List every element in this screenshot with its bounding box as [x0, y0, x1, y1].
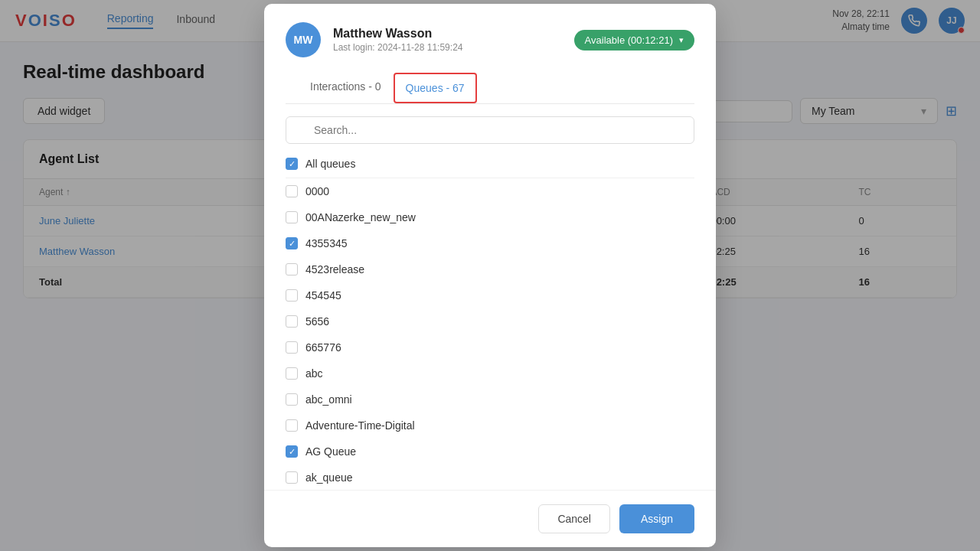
modal-overlay: MW Matthew Wasson Last login: 2024-11-28… — [0, 0, 980, 551]
tab-queues[interactable]: Queues - 67 — [394, 73, 477, 103]
status-badge-text: Available (00:12:21) — [585, 34, 673, 46]
tab-interactions[interactable]: Interactions - 0 — [307, 73, 384, 103]
queue-row[interactable]: 5656 — [286, 308, 694, 334]
queue-checkbox[interactable] — [286, 393, 298, 406]
queue-checkbox[interactable] — [286, 263, 298, 276]
queue-checkbox[interactable] — [286, 419, 298, 432]
queue-label: 4523release — [305, 263, 364, 276]
queue-label: 454545 — [305, 289, 341, 302]
queue-row[interactable]: 454545 — [286, 282, 694, 308]
queue-row[interactable]: 665776 — [286, 334, 694, 360]
modal-search-wrap: 🔍 — [264, 104, 716, 150]
queue-row[interactable]: abc_omni — [286, 386, 694, 412]
queue-row[interactable]: 00ANazerke_new_new — [286, 204, 694, 230]
queue-label: Adventure-Time-Digital — [305, 419, 415, 432]
modal-search-container: 🔍 — [286, 116, 694, 144]
queue-label: 665776 — [305, 341, 341, 354]
queue-checkbox[interactable] — [286, 315, 298, 328]
status-badge[interactable]: Available (00:12:21) ▾ — [574, 30, 694, 51]
modal-avatar: MW — [286, 22, 321, 57]
queue-label: abc — [305, 367, 323, 380]
modal-user-row: MW Matthew Wasson Last login: 2024-11-28… — [286, 22, 694, 57]
queue-row[interactable]: ak_queue — [286, 465, 694, 490]
queue-label: ak_queue — [305, 471, 353, 484]
queue-row[interactable]: abc — [286, 360, 694, 386]
queue-row[interactable]: 4523release — [286, 256, 694, 282]
queue-row[interactable]: Adventure-Time-Digital — [286, 412, 694, 439]
assign-queues-modal: MW Matthew Wasson Last login: 2024-11-28… — [264, 4, 716, 547]
queue-checkbox[interactable] — [286, 367, 298, 380]
all-queues-checkbox[interactable] — [286, 158, 298, 170]
queue-label: 4355345 — [305, 237, 348, 249]
modal-user-info: Matthew Wasson Last login: 2024-11-28 11… — [333, 27, 562, 53]
cancel-button[interactable]: Cancel — [538, 504, 610, 533]
queue-list: 0000 00ANazerke_new_new 4355345 4523rele… — [264, 178, 716, 490]
modal-header: MW Matthew Wasson Last login: 2024-11-28… — [264, 4, 716, 104]
queue-row[interactable]: AG Queue — [286, 439, 694, 465]
queue-row[interactable]: 4355345 — [286, 230, 694, 256]
queue-checkbox[interactable] — [286, 471, 298, 484]
queue-label: abc_omni — [305, 393, 352, 406]
queue-checkbox[interactable] — [286, 289, 298, 302]
queue-search-input[interactable] — [286, 116, 694, 144]
queue-label: AG Queue — [305, 445, 356, 458]
queue-label: 5656 — [305, 315, 329, 328]
modal-user-login: Last login: 2024-11-28 11:59:24 — [333, 42, 562, 53]
all-queues-label: All queues — [305, 158, 355, 170]
all-queues-row[interactable]: All queues — [286, 150, 694, 178]
queue-label: 0000 — [305, 185, 329, 197]
queue-checkbox[interactable] — [286, 341, 298, 354]
modal-user-name: Matthew Wasson — [333, 27, 562, 41]
status-chevron-icon: ▾ — [679, 35, 684, 45]
queue-row[interactable]: 0000 — [286, 178, 694, 204]
queue-label: 00ANazerke_new_new — [305, 211, 416, 223]
queue-checkbox[interactable] — [286, 211, 298, 223]
queue-checkbox[interactable] — [286, 237, 298, 249]
queue-checkbox[interactable] — [286, 445, 298, 458]
modal-footer: Cancel Assign — [264, 490, 716, 547]
modal-tabs: Interactions - 0 Queues - 67 — [286, 73, 694, 104]
queue-checkbox[interactable] — [286, 185, 298, 197]
assign-button[interactable]: Assign — [619, 504, 694, 533]
